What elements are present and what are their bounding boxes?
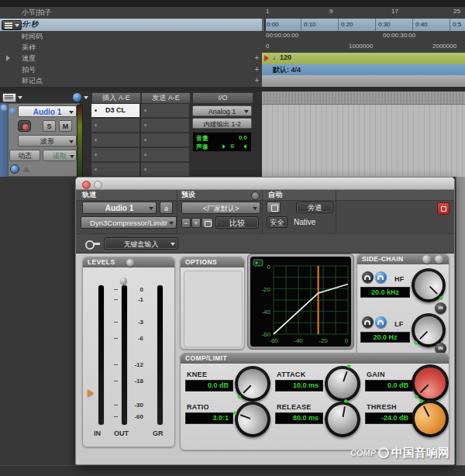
output-path-selector[interactable]: 内建输出 1-2 (192, 118, 252, 129)
track-open-icon[interactable] (1, 105, 7, 111)
knob-pointer (240, 414, 251, 419)
ruler-menu-icon[interactable] (2, 20, 22, 30)
sends-column-header[interactable]: 发送 A-E (141, 92, 191, 104)
bypass-button[interactable]: 旁通 (296, 202, 333, 213)
meter-tick (114, 338, 118, 339)
hf-shelf-filter-button[interactable] (375, 271, 387, 283)
insert-slot-c[interactable] (91, 133, 140, 147)
lf-bell-filter-button[interactable] (362, 316, 374, 328)
send-slot-a[interactable] (141, 104, 189, 118)
minsec-cell: 0:20 (339, 19, 376, 31)
ratio-display[interactable]: 3.0:1 (185, 412, 233, 424)
insert-slot-e[interactable] (91, 163, 140, 177)
send-slot-b[interactable] (141, 119, 189, 133)
sidechain-knob-icon[interactable] (435, 255, 443, 264)
edit-lane-header[interactable] (262, 91, 465, 105)
ruler-row-timecode[interactable]: 时间码 (0, 31, 262, 43)
timecode-tick: 00:00:00:00 (266, 32, 298, 39)
playhead-cursor[interactable] (264, 19, 266, 31)
send-slot-e[interactable] (141, 163, 189, 177)
track-dyn-button[interactable]: 动态 (9, 150, 40, 161)
ratio-knob[interactable] (235, 402, 270, 437)
ruler-row-minsec[interactable]: 分:秒 (0, 19, 262, 32)
metersig-ruler[interactable]: 默认: 4/4 (262, 64, 465, 76)
release-display[interactable]: 80.0 ms (275, 412, 323, 424)
keyboard-input-selector[interactable]: 无键盘输入 (104, 237, 178, 250)
expand-triangle-icon[interactable] (6, 55, 10, 61)
track-list-icon[interactable] (2, 93, 16, 102)
collapse-triangle-icon[interactable] (22, 167, 30, 172)
key-icon[interactable] (85, 240, 95, 250)
mute-button[interactable]: M (59, 120, 72, 132)
preset-selector[interactable]: <厂家默认> (181, 202, 260, 214)
knob-notch (414, 395, 418, 399)
ruler-row-metersig[interactable]: 拍号 + (0, 64, 262, 76)
insert-slot-a[interactable]: D3 CL (91, 104, 140, 118)
samples-ruler[interactable]: 0 1000000 2000000 (262, 42, 465, 53)
preset-save-icon[interactable] (202, 218, 213, 228)
chevron-down-icon[interactable] (84, 96, 88, 99)
lf-shelf-filter-button[interactable] (375, 316, 387, 328)
attack-display[interactable]: 10.0 ms (275, 380, 323, 391)
send-slot-c[interactable] (141, 133, 189, 147)
add-tempo-event-button[interactable]: + (253, 53, 260, 62)
plugin-track-selector[interactable]: Audio 1 (82, 202, 157, 214)
link-button[interactable]: a (160, 202, 173, 214)
plugin-selector[interactable]: Dyn3Compressor/Limitr (81, 216, 177, 229)
key-shaft-icon (93, 243, 100, 245)
compare-button[interactable]: 比较 (215, 216, 259, 229)
record-enable-button[interactable] (18, 120, 31, 132)
hf-knob[interactable] (412, 268, 446, 302)
preset-next-button[interactable]: + (191, 218, 201, 228)
track-name-button[interactable]: Audio 1 (18, 105, 77, 117)
meter-tick (114, 299, 118, 300)
track-view-selector[interactable]: 波形 (18, 135, 77, 147)
chevron-down-icon[interactable] (18, 96, 22, 99)
release-knob[interactable] (325, 402, 360, 437)
clock-icon[interactable] (73, 93, 81, 102)
tempo-play-marker-icon[interactable] (264, 55, 269, 61)
timecode-ruler[interactable]: 00:00:00:00 00:00:30:00 (262, 31, 465, 43)
hf-bell-filter-button[interactable] (362, 271, 374, 283)
markers-ruler[interactable] (262, 75, 465, 88)
knob-notch (233, 411, 237, 415)
minsec-ruler[interactable]: 0:00 0:10 0:20 0:30 0:40 0:5 (262, 19, 465, 32)
ruler-row-tempo[interactable]: 速度 + (0, 53, 262, 65)
io-column-header[interactable]: I/O (192, 92, 253, 104)
auto-enable-icon[interactable] (267, 202, 281, 213)
safe-button[interactable]: 安全 (267, 216, 288, 228)
add-marker-button[interactable]: + (253, 76, 260, 85)
preset-prev-button[interactable]: − (181, 218, 191, 228)
input-path-selector[interactable]: Analog 1 (192, 105, 252, 116)
edit-lane-grid[interactable] (262, 105, 465, 177)
ruler-row-markers[interactable]: 标记点 + (0, 75, 262, 88)
track-mini-icon[interactable] (9, 108, 16, 115)
plugin-title-bar[interactable] (76, 178, 454, 190)
insert-slot-d[interactable] (91, 148, 140, 162)
threshold-arrow-icon[interactable] (88, 389, 94, 397)
volume-pan-display[interactable]: 音量 0.0 声像 0 (192, 132, 252, 152)
track-section-label: 轨道 (82, 190, 96, 200)
graph-zoom-icon[interactable] (253, 260, 263, 266)
bars-ruler[interactable]: 1 9 17 25 (262, 7, 465, 19)
add-meter-event-button[interactable]: + (253, 65, 260, 74)
target-button[interactable] (437, 202, 450, 215)
automation-mode-selector[interactable]: 读取 (43, 150, 77, 161)
close-icon[interactable] (82, 181, 91, 189)
levels-knob-icon[interactable] (126, 259, 134, 267)
tempo-ruler[interactable]: ♩120 (262, 53, 465, 65)
ruler-row-bars[interactable]: 小节|拍子 (0, 7, 262, 19)
track-color-strip[interactable] (0, 103, 8, 177)
minimize-icon[interactable] (94, 181, 102, 189)
out-meter-peak-ball[interactable] (120, 278, 127, 285)
transfer-curve-graph[interactable]: 0 -20 -40 -60 -60 -40 -20 0 (250, 257, 351, 347)
inserts-column-header[interactable]: 插入 A-E (91, 92, 141, 104)
elastic-audio-icon[interactable] (10, 164, 19, 174)
insert-slot-b[interactable] (91, 119, 140, 133)
solo-button[interactable]: S (43, 120, 56, 132)
thresh-knob[interactable] (412, 400, 449, 437)
graph-bezel: 0 -20 -40 -60 -60 -40 -20 0 (247, 254, 354, 350)
send-slot-d[interactable] (141, 148, 189, 162)
preset-compare-dot-icon[interactable] (251, 191, 260, 200)
ruler-row-samples[interactable]: 采样 (0, 42, 262, 53)
